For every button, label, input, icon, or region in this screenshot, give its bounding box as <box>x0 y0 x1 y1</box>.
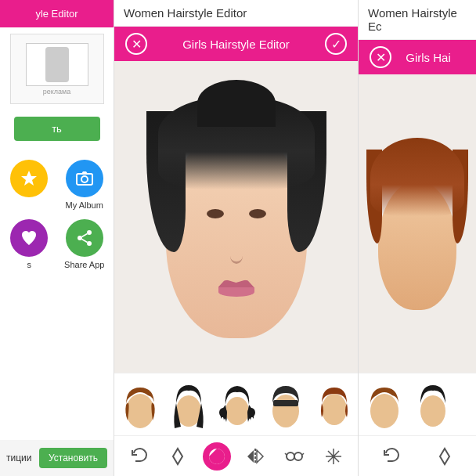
face-container <box>142 96 330 338</box>
left-header-text: yle Editor <box>35 8 78 20</box>
glasses-icon <box>283 445 305 467</box>
sparkle-button[interactable] <box>319 442 348 471</box>
color-button[interactable] <box>203 442 231 471</box>
svg-line-22 <box>285 453 287 455</box>
left-panel-header: yle Editor <box>0 0 114 27</box>
ad-box: реклама <box>10 34 104 104</box>
right-panel-header: Women Hairstyle Ec <box>359 0 476 40</box>
right-hairstyle-thumb-1[interactable] <box>362 379 407 430</box>
right-hairstyle-svg-2 <box>413 381 453 428</box>
share-label: Share App <box>64 260 104 269</box>
eye-right <box>249 209 266 218</box>
svg-point-19 <box>287 453 294 460</box>
hairstyle-svg-3 <box>217 381 258 428</box>
svg-point-5 <box>87 241 92 246</box>
lips <box>218 279 254 295</box>
svg-point-8 <box>126 394 154 428</box>
flip-icon <box>244 445 266 467</box>
right-hairstyle-svg-1 <box>364 381 405 428</box>
bottom-toolbar <box>114 435 358 476</box>
resize-button[interactable] <box>164 442 192 471</box>
svg-point-3 <box>87 230 92 235</box>
flip-button[interactable] <box>241 442 269 471</box>
svg-point-2 <box>81 176 88 182</box>
right-undo-button[interactable] <box>377 442 405 471</box>
hairstyle-thumb-1[interactable] <box>117 379 163 430</box>
hairstyle-svg-2 <box>168 381 209 428</box>
hairstyle-thumb-5[interactable] <box>312 379 357 430</box>
right-undo-icon <box>380 445 402 467</box>
svg-rect-14 <box>273 400 298 406</box>
svg-line-6 <box>81 240 87 243</box>
middle-header-title: Women Hairstyle Editor <box>124 6 247 20</box>
hair-top-bun <box>197 80 276 127</box>
ad-green-button[interactable]: ть <box>14 117 100 141</box>
hairstyle-svg-1 <box>120 381 160 428</box>
ad-label: реклама <box>43 88 71 96</box>
right-hair-auburn <box>370 138 464 216</box>
right-hairstyle-row <box>359 373 476 435</box>
icon-item-album[interactable]: My Album <box>62 160 108 210</box>
icon-item-star[interactable] <box>6 160 52 210</box>
undo-button[interactable] <box>124 442 153 471</box>
svg-point-20 <box>294 453 302 460</box>
middle-subheader-title: Girls Hairstyle Editor <box>147 38 325 51</box>
left-bottom-bar: тиции Установить <box>0 440 114 476</box>
svg-point-13 <box>272 395 299 427</box>
svg-point-29 <box>370 394 398 428</box>
icon-grid: My Album s Share App <box>0 147 114 282</box>
hairstyle-thumb-2[interactable] <box>166 379 211 430</box>
share-icon-circle[interactable] <box>66 219 103 257</box>
right-panel: Women Hairstyle Ec ✕ Girls Hai <box>359 0 476 476</box>
svg-point-30 <box>420 395 445 427</box>
right-face-area <box>359 74 476 373</box>
right-close-button[interactable]: ✕ <box>370 46 391 68</box>
svg-marker-0 <box>21 171 37 186</box>
middle-panel-header: Women Hairstyle Editor <box>114 0 358 27</box>
svg-marker-16 <box>173 449 182 464</box>
album-icon-circle[interactable] <box>66 160 103 197</box>
purple-icon-circle[interactable] <box>10 219 48 257</box>
phone-icon <box>45 47 69 82</box>
lip-upper <box>218 279 254 287</box>
svg-point-11 <box>219 408 227 417</box>
heart-icon <box>20 229 38 247</box>
right-resize-button[interactable] <box>431 442 459 471</box>
star-icon-circle[interactable] <box>10 160 48 197</box>
hairstyle-svg-4 <box>265 381 306 428</box>
glasses-button[interactable] <box>280 442 308 471</box>
right-subheader-title: Girls Hai <box>391 51 465 64</box>
right-header-title: Women Hairstyle Ec <box>368 6 457 33</box>
middle-panel: Women Hairstyle Editor ✕ Girls Hairstyle… <box>114 0 359 476</box>
face-area <box>114 61 358 373</box>
sparkle-icon <box>323 445 344 467</box>
svg-line-23 <box>302 453 304 455</box>
right-hairstyle-thumb-2[interactable] <box>410 379 456 430</box>
ad-image <box>26 43 88 86</box>
right-panel-subheader: ✕ Girls Hai <box>359 40 476 74</box>
middle-check-button[interactable]: ✓ <box>325 33 347 55</box>
album-label: My Album <box>66 200 103 210</box>
left-panel: yle Editor реклама ть My A <box>0 0 114 476</box>
share-icon <box>75 229 94 247</box>
undo-icon <box>128 445 150 467</box>
icon-item-purple[interactable]: s <box>6 219 52 269</box>
hairstyle-row <box>114 373 358 435</box>
hairstyle-thumb-4[interactable] <box>263 379 308 430</box>
purple-label: s <box>27 260 32 269</box>
color-icon <box>206 445 228 467</box>
install-button[interactable]: Установить <box>39 448 107 468</box>
svg-point-10 <box>225 397 249 425</box>
hairstyle-thumb-3[interactable] <box>215 379 260 430</box>
bottom-bar-text: тиции <box>6 453 31 463</box>
middle-close-button[interactable]: ✕ <box>125 33 147 55</box>
svg-line-7 <box>81 234 87 237</box>
svg-point-15 <box>322 394 347 425</box>
svg-point-4 <box>78 236 82 240</box>
svg-point-9 <box>176 395 201 427</box>
icon-item-share[interactable]: Share App <box>62 219 108 269</box>
resize-icon <box>167 445 189 467</box>
camera-icon <box>75 169 94 188</box>
right-resize-icon <box>434 445 456 467</box>
nose <box>230 248 243 264</box>
